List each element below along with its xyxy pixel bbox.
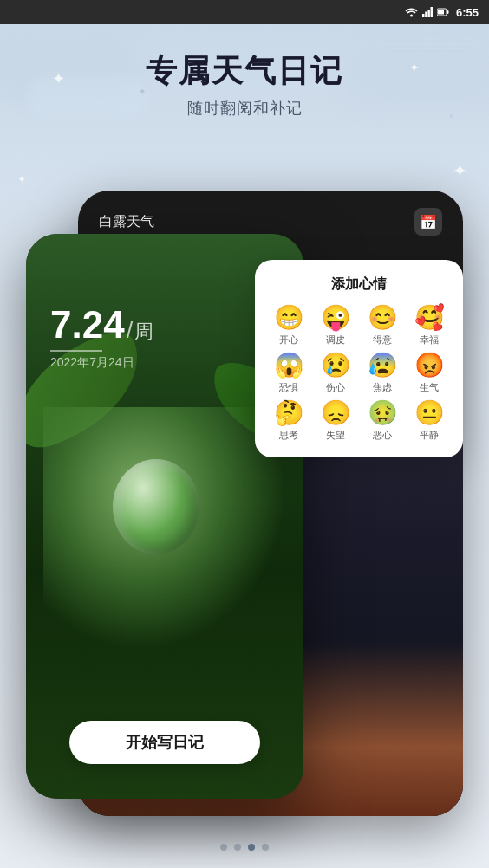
water-drop [113,459,199,554]
status-bar: 6:55 [0,0,489,24]
pagination-dots [0,844,489,851]
wifi-icon [405,7,418,17]
mood-emoji: 😞 [321,401,351,425]
water-drop-visual [43,407,286,650]
mood-emoji: 😊 [368,306,398,330]
svg-point-0 [410,15,413,17]
mood-item[interactable]: 🤔思考 [269,401,309,442]
mood-emoji: 😱 [274,353,304,378]
date-week: 周 [134,319,153,345]
mood-item[interactable]: 😱恐惧 [269,353,309,394]
svg-rect-3 [427,10,430,17]
mood-emoji: 🥰 [414,306,445,330]
mood-label: 得意 [373,334,392,347]
status-icons: 6:55 [405,6,479,19]
svg-rect-2 [425,12,427,18]
mood-label: 生气 [420,381,439,394]
mood-item[interactable]: 😢伤心 [316,353,355,394]
svg-rect-6 [438,10,444,15]
svg-rect-7 [447,10,448,14]
phone-bg-title: 白露天气 [99,213,154,231]
mood-label: 恶心 [373,429,392,442]
mood-emoji: 😐 [414,401,445,425]
battery-icon [437,8,449,16]
pagination-dot-0[interactable] [220,844,227,851]
title-section: 专属天气日记 随时翻阅和补记 [0,52,489,119]
date-full: 2022年7月24日 [50,355,153,371]
pagination-dot-2[interactable] [248,844,255,851]
mood-label: 思考 [279,429,298,442]
mood-emoji: 😢 [321,353,351,378]
mood-item[interactable]: 🥰幸福 [409,306,449,347]
mood-emoji: 😜 [321,306,351,330]
mood-label: 幸福 [420,334,439,347]
phone-container: 白露天气 📅 7.24 / 周 2022年7月24日 开始写日记 [26,191,463,816]
mood-label: 失望 [326,429,345,442]
main-title: 专属天气日记 [0,52,489,89]
mood-label: 开心 [279,334,298,347]
sparkle-6: ✦ [453,160,467,181]
mood-emoji: 🤔 [274,401,304,425]
svg-rect-1 [422,14,425,17]
time-display: 6:55 [456,6,479,19]
start-diary-button[interactable]: 开始写日记 [69,721,260,764]
calendar-icon: 📅 [414,208,442,236]
mood-popup-title: 添加心情 [269,275,449,294]
date-underline [50,350,102,352]
pagination-dot-3[interactable] [262,844,269,851]
sparkle-5: ✦ [17,173,26,185]
mood-label: 调皮 [326,334,345,347]
mood-item[interactable]: 😡生气 [409,353,449,394]
pagination-dot-1[interactable] [234,844,241,851]
signal-icon [422,7,433,17]
svg-rect-4 [430,7,433,17]
mood-label: 恐惧 [279,381,298,394]
mood-emoji: 😡 [414,353,445,378]
mood-label: 平静 [420,429,439,442]
mood-item[interactable]: 🤢恶心 [362,401,402,442]
mood-item[interactable]: 😁开心 [269,306,309,347]
mood-emoji: 😰 [368,353,398,378]
mood-label: 伤心 [326,381,345,394]
mood-emoji: 🤢 [368,401,398,425]
mood-popup: 添加心情 😁开心😜调皮😊得意🥰幸福😱恐惧😢伤心😰焦虑😡生气🤔思考😞失望🤢恶心😐平… [255,260,463,457]
mood-emoji: 😁 [274,306,304,330]
mood-item[interactable]: 😜调皮 [316,306,355,347]
sub-title: 随时翻阅和补记 [0,98,489,119]
date-slash: / [127,316,134,344]
mood-item[interactable]: 😐平静 [409,401,449,442]
mood-item[interactable]: 😞失望 [316,401,355,442]
mood-grid: 😁开心😜调皮😊得意🥰幸福😱恐惧😢伤心😰焦虑😡生气🤔思考😞失望🤢恶心😐平静 [269,306,449,442]
mood-item[interactable]: 😊得意 [362,306,402,347]
mood-item[interactable]: 😰焦虑 [362,353,402,394]
phone-fg-date: 7.24 / 周 2022年7月24日 [50,303,153,371]
date-number: 7.24 [50,303,125,347]
mood-label: 焦虑 [373,381,392,394]
